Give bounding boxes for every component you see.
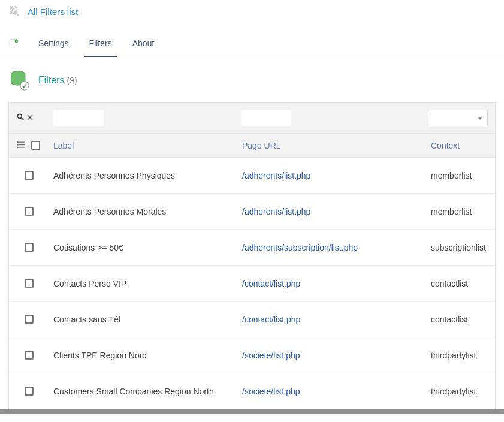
svg-rect-9: [19, 141, 25, 142]
select-all-checkbox[interactable]: [31, 141, 40, 150]
row-checkbox[interactable]: [25, 315, 34, 324]
column-header-context[interactable]: Context: [431, 141, 488, 150]
row-label: Adhérents Personnes Morales: [53, 207, 242, 216]
row-context: thirdpartylist: [431, 387, 488, 396]
tabs-bar: SettingsFiltersAbout: [0, 30, 504, 56]
row-url-link[interactable]: /societe/list.php: [242, 387, 300, 396]
table-row: Cotisations >= 50€/adherents/subscriptio…: [9, 230, 495, 266]
column-header-url[interactable]: Page URL: [242, 141, 431, 150]
tab-settings[interactable]: Settings: [37, 30, 70, 56]
row-context: subscriptionlist: [431, 243, 488, 252]
row-context: contactlist: [431, 315, 488, 324]
list-columns-icon[interactable]: [16, 140, 25, 151]
row-label: Contacts Perso VIP: [53, 279, 242, 288]
tools-icon: [8, 5, 22, 18]
filter-label-input[interactable]: [53, 110, 104, 126]
clear-icon[interactable]: [26, 113, 34, 123]
svg-point-12: [17, 146, 19, 148]
filters-table: Label Page URL Context Adhérents Personn…: [8, 102, 496, 409]
table-row: Contacts Perso VIP/contact/list.phpconta…: [9, 266, 495, 302]
row-label: Contacts sans Tél: [53, 315, 242, 324]
table-row: Adhérents Personnes Morales/adherents/li…: [9, 194, 495, 230]
table-row: Adhérents Personnes Physiques/adherents/…: [9, 158, 495, 194]
row-checkbox[interactable]: [25, 387, 34, 396]
row-url-link[interactable]: /adherents/subscription/list.php: [242, 243, 358, 252]
table-row: Clients TPE Région Nord/societe/list.php…: [9, 337, 495, 373]
table-row: Contacts sans Tél/contact/list.phpcontac…: [9, 302, 495, 337]
svg-rect-13: [19, 147, 25, 147]
row-checkbox[interactable]: [25, 171, 34, 180]
row-url-link[interactable]: /societe/list.php: [242, 351, 300, 360]
row-label: Adhérents Personnes Physiques: [53, 171, 242, 180]
tab-filters[interactable]: Filters: [88, 30, 113, 56]
column-header-label[interactable]: Label: [53, 141, 242, 150]
table-row: Customers Small Companies Region North/s…: [9, 373, 495, 409]
table-filter-row: [9, 103, 495, 134]
svg-line-5: [22, 118, 24, 120]
row-checkbox[interactable]: [25, 243, 34, 252]
bottom-strip: [0, 409, 504, 414]
svg-point-8: [17, 141, 19, 143]
svg-point-10: [17, 144, 19, 146]
svg-rect-11: [19, 144, 25, 144]
row-url-link[interactable]: /adherents/list.php: [242, 207, 310, 216]
row-context: contactlist: [431, 279, 488, 288]
row-context: thirdpartylist: [431, 351, 488, 360]
database-check-icon: [8, 70, 30, 91]
row-checkbox[interactable]: [25, 279, 34, 288]
row-context: memberlist: [431, 171, 488, 180]
section-header: Filters (9): [0, 56, 504, 102]
module-icon: [8, 38, 19, 49]
row-label: Clients TPE Région Nord: [53, 351, 242, 360]
section-title: Filters: [38, 75, 65, 85]
row-url-link[interactable]: /contact/list.php: [242, 315, 300, 324]
breadcrumb: All Filters list: [0, 0, 504, 22]
filter-url-input[interactable]: [241, 110, 291, 126]
row-context: memberlist: [431, 207, 488, 216]
section-count: (9): [67, 76, 77, 85]
row-checkbox[interactable]: [25, 351, 34, 360]
svg-point-4: [17, 114, 22, 118]
filter-context-select[interactable]: [428, 110, 488, 126]
row-label: Cotisations >= 50€: [53, 243, 242, 252]
tab-about[interactable]: About: [131, 30, 156, 56]
row-label: Customers Small Companies Region North: [53, 387, 242, 396]
search-icon[interactable]: [16, 113, 25, 123]
table-header-row: Label Page URL Context: [9, 134, 495, 158]
row-checkbox[interactable]: [25, 207, 34, 216]
row-url-link[interactable]: /contact/list.php: [242, 279, 300, 288]
row-url-link[interactable]: /adherents/list.php: [242, 171, 310, 180]
page-title: All Filters list: [28, 7, 78, 17]
